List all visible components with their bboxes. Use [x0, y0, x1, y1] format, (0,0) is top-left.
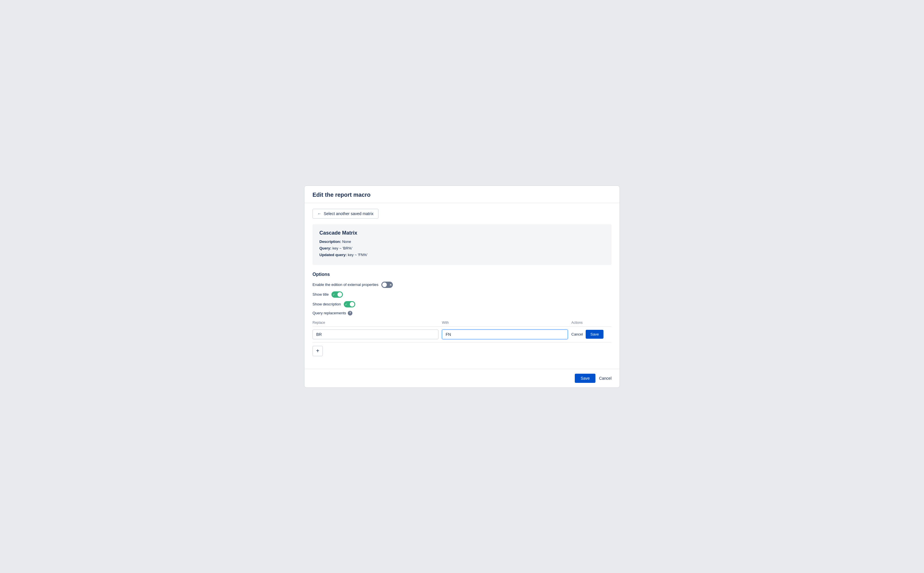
- add-icon: +: [316, 348, 319, 354]
- replacements-table: Replace With Actions Cancel Save: [312, 319, 612, 343]
- query-replacements-label-group: Query replacements ?: [312, 311, 352, 315]
- with-cell: [442, 330, 568, 339]
- footer-save-button[interactable]: Save: [575, 374, 595, 383]
- matrix-description: Description: None: [319, 240, 605, 244]
- toggle-check-icon: ✓: [333, 293, 335, 296]
- options-section: Options Enable the edition of external p…: [312, 272, 612, 356]
- show-description-toggle[interactable]: ✓: [344, 301, 355, 307]
- modal-header: Edit the report macro: [304, 186, 620, 203]
- add-replacement-button[interactable]: +: [312, 346, 323, 356]
- replace-input[interactable]: [312, 330, 438, 339]
- enable-edition-slider: ✕: [381, 282, 393, 288]
- with-input[interactable]: [442, 330, 568, 339]
- description-value: None: [342, 240, 351, 244]
- col-replace-header: Replace: [312, 321, 442, 325]
- modal-title: Edit the report macro: [312, 192, 612, 198]
- modal-footer: Save Cancel: [304, 369, 620, 387]
- updated-query-value: key ~ 'FN%': [348, 253, 368, 257]
- back-arrow-icon: ←: [317, 211, 322, 216]
- footer-cancel-button[interactable]: Cancel: [599, 376, 612, 380]
- show-title-row: Show title ✓: [312, 291, 612, 298]
- replacements-table-header: Replace With Actions: [312, 319, 612, 327]
- row-actions: Cancel Save: [571, 330, 612, 339]
- show-description-slider: ✓: [344, 301, 355, 307]
- show-title-label: Show title: [312, 292, 329, 296]
- table-row: Cancel Save: [312, 327, 612, 343]
- back-button-label: Select another saved matrix: [324, 211, 373, 216]
- edit-report-macro-modal: Edit the report macro ← Select another s…: [304, 186, 620, 388]
- enable-edition-label: Enable the edition of external propertie…: [312, 282, 378, 287]
- matrix-name: Cascade Matrix: [319, 230, 605, 236]
- select-another-matrix-button[interactable]: ← Select another saved matrix: [312, 209, 378, 219]
- query-label: Query:: [319, 246, 331, 250]
- show-title-slider: ✓: [331, 291, 343, 298]
- toggle-x-icon: ✕: [389, 283, 392, 286]
- save-row-button[interactable]: Save: [586, 330, 604, 339]
- query-replacements-label: Query replacements: [312, 311, 346, 315]
- modal-body: ← Select another saved matrix Cascade Ma…: [304, 203, 620, 369]
- query-replacements-row: Query replacements ?: [312, 311, 612, 315]
- matrix-query: Query: key ~ 'BR%': [319, 246, 605, 250]
- col-with-header: With: [442, 321, 571, 325]
- query-replacements-help-icon[interactable]: ?: [348, 311, 352, 315]
- show-title-toggle[interactable]: ✓: [331, 291, 343, 298]
- show-description-label: Show description: [312, 302, 341, 306]
- description-label: Description:: [319, 240, 341, 244]
- enable-edition-toggle[interactable]: ✕: [381, 282, 393, 288]
- show-description-row: Show description ✓: [312, 301, 612, 307]
- replace-cell: [312, 330, 438, 339]
- matrix-updated-query: Updated query: key ~ 'FN%': [319, 253, 605, 257]
- toggle-check-desc-icon: ✓: [345, 302, 347, 306]
- enable-edition-row: Enable the edition of external propertie…: [312, 282, 612, 288]
- col-actions-header: Actions: [571, 321, 612, 325]
- query-value: key ~ 'BR%': [333, 246, 353, 250]
- matrix-info-box: Cascade Matrix Description: None Query: …: [312, 224, 612, 265]
- cancel-row-button[interactable]: Cancel: [571, 330, 583, 338]
- options-title: Options: [312, 272, 612, 277]
- updated-query-label: Updated query:: [319, 253, 347, 257]
